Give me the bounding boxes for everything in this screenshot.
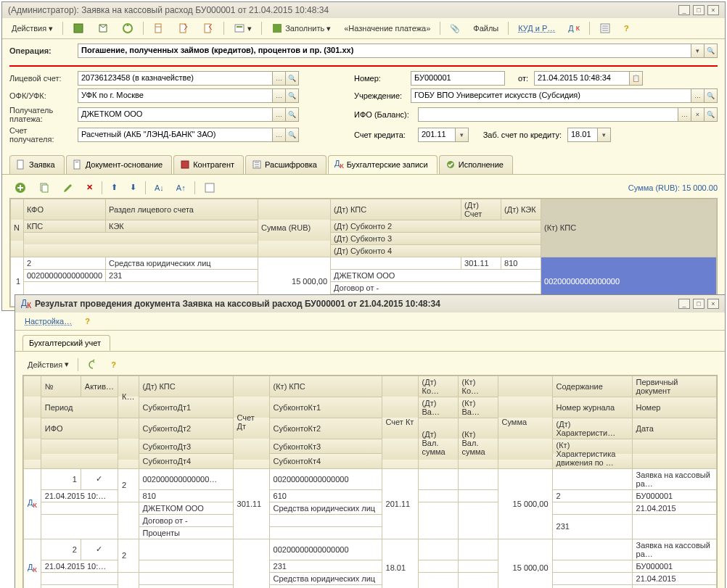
dtkt-icon: ДК bbox=[334, 159, 344, 170]
tool-icon-3[interactable] bbox=[117, 20, 139, 36]
account-label: Счет получателя: bbox=[9, 126, 72, 144]
tab-doc[interactable]: Документ-основание bbox=[66, 155, 172, 173]
dropdown-icon[interactable]: ▾ bbox=[455, 128, 468, 141]
tab-execution[interactable]: Исполнение bbox=[439, 155, 513, 173]
payee-label: Получатель платежа: bbox=[9, 106, 72, 123]
tool-icon-4[interactable] bbox=[148, 20, 170, 36]
help-icon[interactable]: ? bbox=[106, 358, 121, 371]
search-icon[interactable]: 🔍 bbox=[704, 44, 717, 57]
kudir-link[interactable]: КУД и Р… bbox=[513, 22, 560, 35]
ellipsis-icon[interactable]: … bbox=[272, 72, 285, 85]
svg-rect-18 bbox=[205, 183, 214, 192]
minimize-button[interactable]: _ bbox=[678, 299, 690, 309]
journal-icon[interactable] bbox=[594, 20, 616, 36]
date-field[interactable]: 21.04.2015 10:48:34 📋 bbox=[534, 71, 643, 86]
payment-purpose-button[interactable]: «Назначение платежа» bbox=[339, 22, 435, 35]
tab-deciph[interactable]: Расшифровка bbox=[245, 155, 326, 173]
svg-rect-9 bbox=[17, 160, 23, 169]
table-row[interactable]: ДК 1✓ 2 002000000000000…301.11 002000000… bbox=[24, 468, 717, 489]
search-icon[interactable]: 🔍 bbox=[285, 89, 298, 102]
tool-icon-1[interactable] bbox=[67, 20, 89, 36]
search-icon[interactable]: 🔍 bbox=[704, 108, 717, 121]
table-row[interactable]: ДК 2✓ 2 0020000000000000018.01 15 000,00… bbox=[24, 539, 717, 560]
ellipsis-icon[interactable]: … bbox=[272, 89, 285, 102]
ellipsis-icon[interactable]: … bbox=[272, 128, 285, 141]
grid-toolbar: ✕ ⬆ ⬇ A↓ A↑ Сумма (RUB): 15 000.00 bbox=[9, 178, 718, 198]
credit-label: Счет кредита: bbox=[354, 131, 412, 139]
dropdown-icon[interactable]: ▾ bbox=[691, 44, 704, 57]
dtkt-icon: ДК bbox=[21, 298, 31, 310]
form-area: Операция: Погашение, полученных займов (… bbox=[2, 39, 725, 65]
dtkt-icon: ДК bbox=[24, 539, 41, 588]
ot-label: от: bbox=[511, 74, 528, 83]
search-icon[interactable]: 🔍 bbox=[285, 128, 298, 141]
svg-rect-12 bbox=[181, 161, 189, 168]
attach-icon[interactable]: 📎 bbox=[445, 22, 465, 36]
minimize-button[interactable]: _ bbox=[678, 5, 690, 15]
operation-label: Операция: bbox=[9, 46, 72, 55]
operation-field[interactable]: Погашение, полученных займов (кредитов),… bbox=[78, 44, 718, 58]
grid-extra-icon[interactable] bbox=[199, 180, 221, 196]
actions-menu[interactable]: Действия ▾ bbox=[7, 22, 58, 36]
up-arrow-icon[interactable]: ⬆ bbox=[106, 181, 123, 194]
help-icon[interactable]: ? bbox=[80, 315, 95, 328]
ellipsis-icon[interactable]: … bbox=[678, 108, 691, 121]
tool-icon-6[interactable] bbox=[197, 20, 219, 36]
tool-icon-7[interactable]: ▾ bbox=[229, 20, 257, 36]
calendar-icon[interactable]: 📋 bbox=[629, 72, 642, 85]
org-field[interactable]: ГОБУ ВПО Университет искусств (Субсидия)… bbox=[411, 88, 718, 103]
result-grid[interactable]: № Актив… К… (Дт) КПС Счет Дт (Кт) КПС Сч… bbox=[22, 375, 718, 588]
table-row[interactable]: 1 2 Средства юридических лиц 15 000,00 3… bbox=[11, 257, 717, 269]
tool-icon-2[interactable] bbox=[92, 20, 114, 36]
number-field[interactable]: БУ000001 bbox=[411, 71, 505, 86]
tab-entries[interactable]: ДКБухгалтерские записи bbox=[328, 155, 438, 173]
chevron-down-icon: ▾ bbox=[49, 24, 53, 33]
zab-field[interactable]: 18.01 ▾ bbox=[567, 128, 611, 142]
files-button[interactable]: Файлы bbox=[468, 22, 504, 35]
modal-titlebar[interactable]: ДК Результат проведения документа Заявка… bbox=[15, 295, 725, 312]
sort-az-icon[interactable]: A↓ bbox=[149, 181, 169, 194]
delete-button[interactable]: ✕ bbox=[81, 181, 98, 194]
ls-field[interactable]: 20736123458 (в казначействе) … 🔍 bbox=[78, 71, 299, 86]
tab-accounting[interactable]: Бухгалтерский учет bbox=[22, 335, 110, 351]
tab-request[interactable]: Заявка bbox=[9, 155, 65, 173]
sort-za-icon[interactable]: A↑ bbox=[171, 181, 191, 194]
add-button[interactable] bbox=[9, 180, 31, 196]
account-field[interactable]: Расчетный (АКБ "ЛЭНД-БАНК" ЗАО) … 🔍 bbox=[78, 128, 299, 142]
fill-button[interactable]: Заполнить ▾ bbox=[266, 20, 336, 36]
clear-icon[interactable]: × bbox=[691, 108, 704, 121]
close-button[interactable]: × bbox=[707, 5, 719, 15]
main-titlebar[interactable]: (Администратор): Заявка на кассовый расх… bbox=[2, 2, 725, 18]
number-label: Номер: bbox=[354, 74, 405, 83]
svg-rect-7 bbox=[273, 24, 282, 33]
tab-counterparty[interactable]: Контрагент bbox=[173, 155, 244, 173]
ofk-field[interactable]: УФК по г. Москве … 🔍 bbox=[78, 88, 299, 103]
ifo-field[interactable]: … × 🔍 bbox=[418, 107, 718, 122]
actions-menu[interactable]: Действия ▾ bbox=[22, 357, 74, 371]
payee-field[interactable]: ДЖЕТКОМ ООО … 🔍 bbox=[78, 107, 299, 122]
close-button[interactable]: × bbox=[707, 299, 719, 309]
help-icon[interactable]: ? bbox=[619, 22, 634, 35]
ellipsis-icon[interactable]: … bbox=[272, 108, 285, 121]
dtkt-icon[interactable]: ДК bbox=[563, 22, 585, 35]
search-icon[interactable]: 🔍 bbox=[285, 72, 298, 85]
credit-field[interactable]: 201.11 ▾ bbox=[418, 128, 469, 142]
settings-link[interactable]: Настройка… bbox=[20, 315, 77, 328]
search-icon[interactable]: 🔍 bbox=[285, 108, 298, 121]
svg-rect-3 bbox=[180, 24, 186, 33]
search-icon[interactable]: 🔍 bbox=[704, 89, 717, 102]
copy-button[interactable] bbox=[33, 180, 55, 196]
edit-button[interactable] bbox=[57, 180, 79, 196]
maximize-button[interactable]: □ bbox=[693, 5, 705, 15]
grid-total: Сумма (RUB): 15 000.00 bbox=[628, 183, 718, 192]
main-window: (Администратор): Заявка на кассовый расх… bbox=[1, 1, 726, 311]
refresh-icon[interactable] bbox=[82, 357, 104, 373]
dropdown-icon[interactable]: ▾ bbox=[597, 128, 610, 141]
tabs: Заявка Документ-основание Контрагент Рас… bbox=[2, 151, 725, 173]
maximize-button[interactable]: □ bbox=[693, 299, 705, 309]
ellipsis-icon[interactable]: … bbox=[691, 89, 704, 102]
entries-grid[interactable]: N КФО Раздел лицевого счета Сумма (RUB) … bbox=[9, 198, 718, 307]
svg-rect-11 bbox=[75, 162, 78, 162]
down-arrow-icon[interactable]: ⬇ bbox=[125, 181, 141, 194]
tool-icon-5[interactable] bbox=[173, 20, 194, 36]
